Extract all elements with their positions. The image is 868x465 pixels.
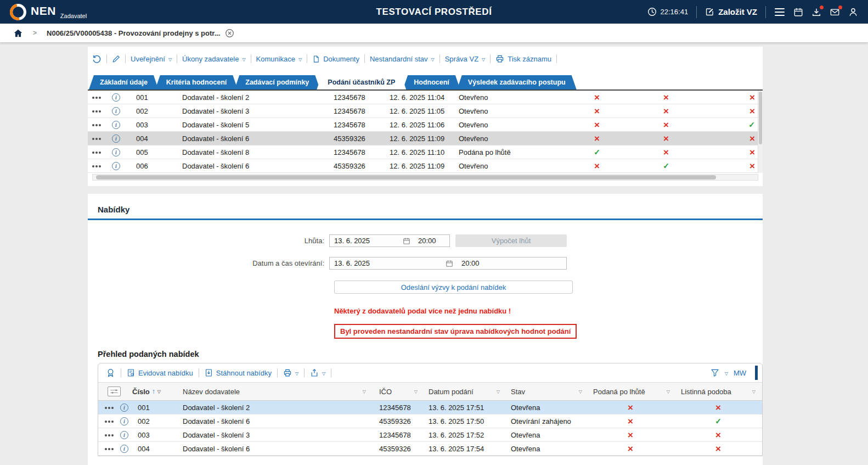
cell-ico: 12345678 (325, 93, 381, 102)
table-row-selected[interactable]: i 001 Dodavatel - školení 2 12345678 13.… (98, 401, 762, 414)
nen-logo[interactable]: NEN Zadavatel (10, 4, 87, 20)
filter-dropdown-icon[interactable]: ▽ (579, 389, 582, 394)
info-icon[interactable]: i (112, 93, 128, 102)
row-menu-icon[interactable] (92, 137, 112, 140)
column-header-nazev[interactable]: Název dodavatele ▽ (175, 388, 373, 396)
horizontal-scrollbar[interactable] (92, 174, 758, 181)
info-icon[interactable]: i (112, 135, 128, 143)
tab-vysledek-zadavaciho-postupu[interactable]: Výsledek zadávacího postupu (457, 75, 577, 89)
menu-dokumenty[interactable]: Dokumenty (312, 55, 359, 63)
send-call-button[interactable]: Odeslání výzvy k podání nabídek (334, 281, 573, 294)
filter-dropdown-icon[interactable]: ▽ (363, 389, 366, 394)
info-icon[interactable]: i (120, 445, 136, 453)
info-icon[interactable]: i (120, 417, 136, 425)
medal-icon[interactable] (106, 368, 115, 378)
row-menu-icon[interactable] (98, 433, 120, 436)
filter-dropdown-icon[interactable]: ▽ (497, 389, 500, 394)
column-settings-icon[interactable] (108, 386, 121, 396)
home-icon[interactable] (13, 29, 23, 38)
panel-scrollbar[interactable] (755, 366, 758, 380)
opening-row: Datum a čas otevírání: 13. 6. 2025 20:00 (88, 257, 763, 270)
table-row[interactable]: i 004 Dodavatel - školení 6 45359326 13.… (98, 442, 762, 456)
opening-time-value[interactable]: 20:00 (456, 259, 566, 267)
pencil-icon[interactable] (112, 55, 120, 63)
deadline-time-value[interactable]: 20:00 (413, 237, 449, 245)
print-button[interactable]: ▽ (283, 368, 298, 377)
download-offers-button[interactable]: Stáhnout nabídky (205, 368, 272, 377)
deadline-datetime-field[interactable]: 13. 6. 2025 20:00 (329, 234, 450, 247)
info-icon[interactable]: i (120, 404, 136, 412)
menu-uverejneni[interactable]: Uveřejnění ▽ (131, 55, 172, 63)
user-icon[interactable] (848, 7, 858, 17)
scrollbar-thumb[interactable] (96, 175, 716, 180)
table-row[interactable]: i 003 Dodavatel - školení 3 12345678 13.… (98, 428, 762, 442)
row-menu-icon[interactable] (92, 96, 112, 99)
filter-icon[interactable] (711, 368, 719, 377)
menu-sprava-vz[interactable]: Správa VZ ▽ (445, 55, 486, 63)
opening-datetime-field[interactable]: 13. 6. 2025 20:00 (329, 257, 567, 270)
calendar-icon[interactable] (443, 260, 456, 267)
filter-dropdown-icon[interactable]: ▽ (667, 389, 670, 394)
row-menu-icon[interactable] (92, 123, 112, 126)
menu-tisk-zaznamu[interactable]: Tisk záznamu (495, 54, 551, 63)
menu-komunikace[interactable]: Komunikace ▽ (256, 55, 302, 63)
row-menu-icon[interactable] (98, 447, 120, 450)
column-header-podana-po-lhute[interactable]: Podaná po lhůtě ▽ (587, 388, 674, 396)
scrollbar-thumb[interactable] (759, 92, 762, 144)
filter-dropdown-icon[interactable]: ▽ (752, 389, 756, 394)
table-row[interactable]: i 001 Dodavatel - školení 2 12345678 12.… (88, 91, 763, 104)
tab-kriteria-hodnoceni[interactable]: Kritéria hodnocení (155, 75, 238, 89)
row-menu-icon[interactable] (98, 419, 120, 423)
menu-icon[interactable] (774, 7, 785, 17)
column-header-listinna-podoba[interactable]: Listinná podoba ▽ (674, 388, 762, 396)
info-icon[interactable]: i (112, 107, 128, 115)
info-icon[interactable]: i (112, 121, 128, 129)
filter-dropdown-icon[interactable]: ▽ (414, 389, 418, 394)
messages-icon[interactable] (830, 7, 840, 17)
deadline-date-value[interactable]: 13. 6. 2025 (330, 237, 400, 245)
tab-hodnoceni[interactable]: Hodnocení (403, 75, 460, 89)
column-header-stav[interactable]: Stav ▽ (504, 388, 587, 396)
table-row[interactable]: i 002 Dodavatel - školení 6 45359326 13.… (98, 414, 762, 428)
table-row[interactable]: i 002 Dodavatel - školení 3 12345678 12.… (88, 104, 763, 118)
table-row[interactable]: i 006 Dodavatel - školení 6 45359326 12.… (88, 159, 763, 173)
column-header-cislo[interactable]: Číslo ↑ ▽ (130, 388, 175, 396)
export-icon (310, 368, 319, 377)
row-menu-icon[interactable] (98, 406, 120, 409)
history-icon[interactable] (92, 54, 102, 64)
dropdown-icon[interactable]: ▽ (725, 371, 728, 376)
info-icon[interactable]: i (112, 148, 128, 156)
export-button[interactable]: ▽ (310, 368, 325, 377)
mw-toggle[interactable]: MW (734, 369, 746, 377)
table-row-selected[interactable]: i 004 Dodavatel - školení 6 45359326 12.… (88, 132, 763, 145)
tab-zakladni-udaje[interactable]: Základní údaje (89, 75, 159, 89)
tab-podani-ucastniku-zp[interactable]: Podání účastníků ZP (317, 75, 406, 89)
cell-dodavatel: Dodavatel - školení 2 (173, 93, 325, 102)
calc-deadlines-button[interactable]: Výpočet lhůt (455, 234, 567, 247)
row-menu-icon[interactable] (92, 150, 112, 154)
filter-dropdown-icon[interactable]: ▽ (157, 389, 161, 394)
row-menu-icon[interactable] (92, 164, 112, 167)
create-vz-button[interactable]: Založit VZ (705, 7, 757, 16)
close-circle-icon[interactable] (225, 29, 234, 38)
menu-ukony-zadavatele[interactable]: Úkony zadavatele ▽ (182, 55, 246, 63)
table-row[interactable]: i 005 Dodavatel - školení 8 12345678 12.… (88, 145, 763, 159)
row-menu-icon[interactable] (92, 109, 112, 113)
opening-date-value[interactable]: 13. 6. 2025 (330, 259, 443, 267)
vertical-scrollbar[interactable] (758, 91, 763, 173)
info-icon[interactable]: i (112, 162, 128, 170)
downloads-icon[interactable] (811, 7, 821, 17)
calendar-icon[interactable] (793, 7, 803, 17)
breadcrumb-item[interactable]: N006/25/V00005438 - Provozování prodejny… (47, 29, 234, 38)
table-row[interactable]: i 003 Dodavatel - školení 5 12345678 12.… (88, 118, 763, 132)
register-offer-button[interactable]: Evidovat nabídku (127, 368, 193, 377)
column-header-datum-podani[interactable]: Datum podání ▽ (422, 388, 504, 396)
menu-nestandardni-stav[interactable]: Nestandardní stav ▽ (370, 55, 435, 63)
column-header-ico[interactable]: IČO ▽ (373, 388, 422, 396)
tab-zadavaci-podminky[interactable]: Zadávací podmínky (234, 75, 320, 89)
calendar-icon[interactable] (400, 237, 413, 245)
cell-stav: Otevřena (504, 404, 587, 412)
deadline-label: Lhůta: (88, 237, 329, 245)
column-settings-cell[interactable] (98, 386, 130, 396)
info-icon[interactable]: i (120, 431, 136, 439)
